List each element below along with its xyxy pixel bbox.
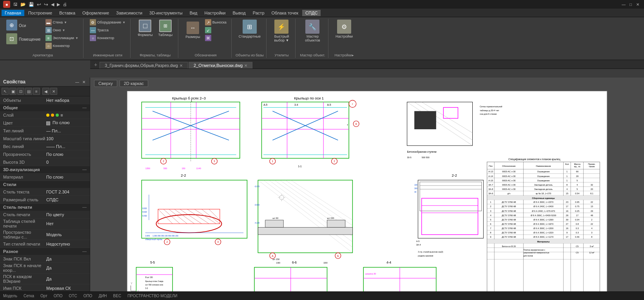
btn-standartnye[interactable]: ⊞ Стандартные	[236, 19, 263, 39]
btn-osi[interactable]: ⊕ Оси	[5, 19, 42, 32]
status-ort[interactable]: Орт	[40, 294, 47, 298]
status-din[interactable]: ДИН	[98, 294, 107, 298]
svg-text:Ø 8 А 300С, L=1390: Ø 8 А 300С, L=1390	[533, 219, 553, 221]
btn-formaty[interactable]: □ Форматы	[135, 19, 155, 38]
status-opo1[interactable]: ОПО	[54, 294, 63, 298]
status-opo2[interactable]: ОПО	[83, 294, 93, 298]
sidebar-minimize-btn[interactable]: —	[74, 80, 80, 84]
prop-pskVE-row: ПСК в каждом ВЭкране Да	[0, 274, 90, 285]
svg-text:раздела хранения: раздела хранения	[418, 255, 434, 257]
forward-btn[interactable]: ▶	[56, 2, 61, 7]
save-btn[interactable]: 💾	[28, 2, 35, 7]
st-btn-all[interactable]: ▣	[9, 88, 16, 95]
st-btn-toggle[interactable]: ◀	[42, 88, 49, 95]
tab-doc1-close[interactable]: ✕	[180, 63, 183, 68]
tab-doc2[interactable]: 2_Отметки,Выноски.dwg ✕	[189, 62, 252, 69]
menu-zavisimosti[interactable]: Зависимости	[113, 10, 145, 16]
svg-text:Бетонообразная ступени: Бетонообразная ступени	[407, 150, 437, 154]
btn-vynoska1[interactable]: ↗ Выноска	[203, 19, 228, 26]
prop-prostranstvo-row: Пространство таблицы с... Модель	[0, 230, 90, 240]
back-btn[interactable]: ◀	[50, 2, 55, 7]
tab-doc2-label: 2_Отметки,Выноски.dwg	[194, 63, 243, 68]
status-grid[interactable]: Сетка	[24, 294, 34, 298]
minimize-window-btn[interactable]: —	[620, 1, 627, 7]
btn-okno[interactable]: ⊞ Окно▼	[44, 27, 80, 34]
status-model[interactable]: Модель	[3, 294, 17, 298]
redo-btn[interactable]: ↪	[43, 2, 49, 7]
btn-bystry-vybor[interactable]: ⚡ Быстрый выбор ▼	[272, 19, 292, 43]
menu-oformlenie[interactable]: Оформление	[79, 10, 112, 16]
status-ves[interactable]: ВЕС	[113, 294, 122, 298]
st-btn-group[interactable]: ▤	[25, 88, 32, 95]
btn-oborudovanie[interactable]: ⚙ Оборудование▼	[88, 19, 127, 26]
view-2dkarkac-btn[interactable]: 2D каркас	[120, 80, 148, 87]
st-btn-select[interactable]: ↖	[2, 88, 9, 95]
status-bar: Модель Сетка Орт ОПО ОТС ОПО ДИН ВЕС ПРО…	[0, 291, 644, 300]
tab-add-btn[interactable]: +	[92, 61, 100, 69]
menu-spds[interactable]: СПДС	[302, 10, 321, 16]
print-btn[interactable]: 🖨	[62, 2, 68, 7]
btn-trassa[interactable]: — Трасса	[88, 27, 127, 34]
status-ots[interactable]: ОТС	[69, 294, 77, 298]
btn-stena[interactable]: ▬ Стена▼	[44, 19, 80, 26]
btn-tablicy[interactable]: ⊞ Таблицы	[156, 19, 175, 38]
svg-text:30-5: 30-5	[407, 156, 412, 159]
st-btn-layers[interactable]: ≡	[33, 88, 40, 95]
tab-doc2-close[interactable]: ✕	[244, 63, 247, 68]
btn-konektor2[interactable]: ○ Коннектор	[88, 34, 127, 42]
prop-section-general-label: Общие	[3, 105, 18, 110]
main-area: Свойства — ✕ ↖ ▣ ⊡ ▤ ≡ ◀ ✕ Объекты Нет н…	[0, 69, 644, 300]
prop-section-3d: 3D-визуализация —	[0, 166, 90, 173]
btn-vynoska3[interactable]: ⌘	[203, 34, 228, 42]
sidebar-close-btn[interactable]: ✕	[81, 80, 87, 84]
btn-master-ob[interactable]: 🔧 Мастер объектов	[303, 19, 322, 43]
svg-text:22: 22	[591, 223, 593, 225]
st-btn-filter[interactable]: ⊡	[17, 88, 24, 95]
menu-vstavka[interactable]: Вставка	[56, 10, 78, 16]
prop-imypsk-value: Мировая СК	[46, 286, 87, 291]
prop-znakpskkoord-row: Знак ПСК в начале коор... Да	[0, 263, 90, 274]
svg-text:3 м³: 3 м³	[590, 246, 594, 248]
menu-vid[interactable]: Вид	[187, 10, 201, 16]
svg-text:-4.100: -4.100	[254, 222, 260, 224]
svg-text:ЗА-6: ЗА-6	[488, 192, 493, 195]
drawing-area[interactable]: Сверху 2D каркас Крыльцо б осях 2–3 Крыл…	[90, 78, 644, 300]
menu-postroenie[interactable]: Построение	[25, 10, 55, 16]
svg-text:шт 60: шт 60	[272, 217, 278, 219]
undo-btn[interactable]: ↩	[36, 2, 42, 7]
svg-text:сна для 6 стенки: сна для 6 стенки	[480, 113, 497, 115]
svg-text:15: 15	[566, 192, 568, 195]
svg-text:ДСТУ 3760-98: ДСТУ 3760-98	[502, 201, 516, 203]
svg-text:ост 550 сечение осях: ост 550 сечение осях	[145, 284, 163, 286]
prop-znakpsk-row: Знак ПСК Вкл Да	[0, 255, 90, 263]
menu-nastroiki[interactable]: Настройки	[201, 10, 229, 16]
btn-konektor[interactable]: ○ Коннектор	[44, 42, 80, 49]
btn-eksplikacii[interactable]: ≡ Экспликации▼	[44, 34, 80, 42]
view-sverhu-btn[interactable]: Сверху	[94, 80, 117, 87]
btn-nastroyki[interactable]: ⚙ Настройки	[333, 19, 355, 39]
ribbon-group-engineering: ⚙ Оборудование▼ — Трасса ○ Коннектор Инж…	[85, 19, 131, 58]
open-btn[interactable]: 📂	[20, 2, 27, 7]
btn-vynoska2[interactable]: ↙	[203, 27, 228, 34]
prop-imypsk-label: Имя ПСК	[3, 286, 46, 291]
svg-text:шероховатой поверхностью: шероховатой поверхностью	[523, 251, 549, 254]
menu-3d[interactable]: 3D-инструменты	[146, 10, 186, 16]
menu-glavnaya[interactable]: Главная	[2, 10, 24, 16]
menu-oblaka[interactable]: Облака точек	[268, 10, 302, 16]
menu-rastr[interactable]: Растр	[250, 10, 268, 16]
close-window-btn[interactable]: ✕	[635, 1, 641, 7]
svg-text:23: 23	[566, 201, 568, 203]
maximize-window-btn[interactable]: □	[628, 1, 634, 7]
status-space[interactable]: ПРОСТРАНСТВО МОДЕЛИ	[127, 294, 177, 298]
ribbon-group-standard: ⊞ Стандартные Объекты из базы	[233, 19, 267, 58]
menu-vyvod[interactable]: Вывод	[229, 10, 249, 16]
btn-razmery[interactable]: ↔ Размеры	[183, 21, 202, 40]
svg-text:5: 5	[577, 188, 578, 190]
svg-text:2: 2	[167, 240, 168, 243]
prop-vesliniy-row: Вес линий —— Пл...	[0, 143, 90, 150]
btn-pomeshenie[interactable]: ⊡ Помещение	[5, 33, 42, 46]
st-btn-x[interactable]: ✕	[50, 88, 57, 95]
svg-text:1000: 1000	[323, 262, 328, 264]
tab-doc1[interactable]: 3_Гранич.формы,Обрыв,Разрез.dwg ✕	[100, 62, 188, 69]
new-btn[interactable]: 🖫	[13, 2, 18, 7]
